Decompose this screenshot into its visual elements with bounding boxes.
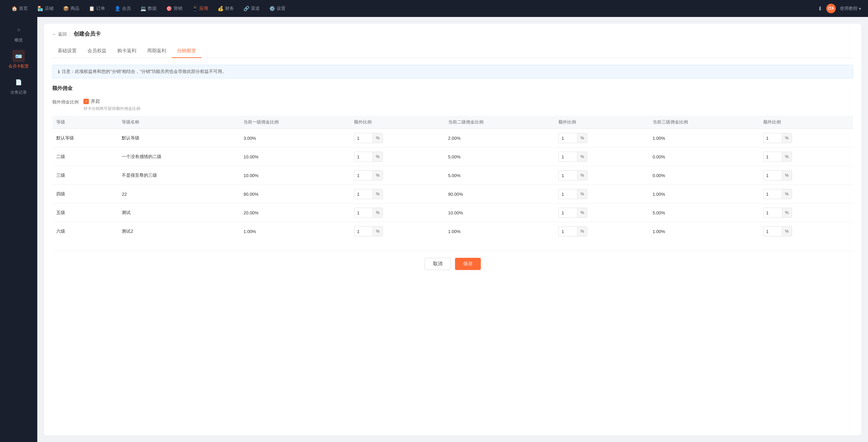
page-container: ← 返回 | 创建会员卡 基础设置 会员权益 购卡返利 周期返利 (44, 24, 861, 435)
cell-extra2[interactable]: % (554, 148, 648, 166)
input-percent-wrap: % (558, 189, 644, 199)
nav-right: ⬇ iTA 使用教程 ▾ (818, 4, 861, 13)
percent-symbol: % (577, 133, 587, 143)
extra-ratio-input[interactable] (354, 189, 373, 199)
usage-guide-button[interactable]: 使用教程 ▾ (840, 5, 861, 12)
cell-extra2[interactable]: % (554, 166, 648, 185)
cell-extra3[interactable]: % (759, 185, 853, 204)
cell-extra3[interactable]: % (759, 148, 853, 166)
cell-extra1[interactable]: % (350, 222, 444, 241)
extra-ratio-input[interactable] (763, 226, 782, 236)
save-button[interactable]: 保存 (455, 258, 481, 270)
nav-marketing[interactable]: 🎯 营销 (161, 0, 187, 17)
nav-goods[interactable]: 📦 商品 (58, 0, 84, 17)
app-layout: ○ 概览 🪪 会员卡配置 📄 出售记录 ← 返回 | 创建会员卡 (0, 17, 868, 442)
input-percent-wrap: % (354, 170, 440, 180)
extra-ratio-input[interactable] (354, 152, 373, 162)
cell-extra2[interactable]: % (554, 185, 648, 204)
nav-store[interactable]: 🏪 店铺 (33, 0, 58, 17)
extra-ratio-input[interactable] (354, 226, 373, 236)
download-icon[interactable]: ⬇ (818, 5, 822, 12)
nav-channel[interactable]: 🔗 渠道 (239, 0, 264, 17)
sidebar-item-overview[interactable]: ○ 概览 (0, 20, 37, 46)
extra-ratio-input[interactable] (354, 133, 373, 143)
tab-periodic-label: 周期返利 (147, 48, 166, 53)
cell-extra1[interactable]: % (350, 166, 444, 185)
cell-extra1[interactable]: % (350, 204, 444, 222)
cell-commission2: 2.00% (444, 129, 555, 148)
percent-symbol: % (373, 226, 383, 236)
cell-extra1[interactable]: % (350, 148, 444, 166)
col-extra3: 额外比例 (759, 116, 853, 129)
extra-ratio-input[interactable] (763, 208, 782, 218)
nav-data[interactable]: 💻 数据 (136, 0, 161, 17)
back-button[interactable]: ← 返回 (52, 31, 67, 37)
enable-checkbox[interactable]: ✓ (83, 99, 89, 104)
cell-extra1[interactable]: % (350, 185, 444, 204)
nav-finance[interactable]: 💰 财务 (213, 0, 239, 17)
header-divider: | (70, 32, 71, 37)
cell-extra3[interactable]: % (759, 222, 853, 241)
tab-basic-label: 基础设置 (58, 48, 77, 53)
cell-extra2[interactable]: % (554, 222, 648, 241)
info-icon: ℹ (58, 69, 60, 74)
member-card-icon: 🪪 (13, 50, 25, 62)
table-row: 默认等级默认等级3.00% % 2.00% % 1.00% % (52, 129, 853, 148)
cell-extra3[interactable]: % (759, 204, 853, 222)
input-percent-wrap: % (763, 170, 849, 180)
percent-symbol: % (373, 189, 383, 199)
cell-extra3[interactable]: % (759, 129, 853, 148)
member-icon: 👤 (115, 6, 120, 11)
tab-basic[interactable]: 基础设置 (52, 44, 82, 58)
percent-symbol: % (577, 189, 587, 199)
nav-member[interactable]: 👤 会员 (110, 0, 136, 17)
goods-icon: 📦 (63, 6, 69, 11)
back-label: 返回 (58, 31, 67, 37)
nav-app[interactable]: 📱 应用 (187, 0, 213, 17)
sidebar-item-sale-record[interactable]: 📄 出售记录 (0, 73, 37, 99)
nav-home[interactable]: 🏠 首页 (7, 0, 33, 17)
extra-ratio-input[interactable] (558, 133, 577, 143)
tab-rights-label: 会员权益 (87, 48, 106, 53)
form-hint: 持卡分销商可获得额外佣金比例 (83, 106, 140, 112)
nav-data-label: 数据 (148, 5, 157, 12)
extra-ratio-input[interactable] (763, 189, 782, 199)
table-row: 三级不是很至尊的三级10.00% % 5.00% % 0.00% % (52, 166, 853, 185)
extra-ratio-input[interactable] (763, 170, 782, 180)
cell-commission1: 1.00% (239, 222, 350, 241)
nav-settings[interactable]: ⚙️ 设置 (264, 0, 290, 17)
sidebar: ○ 概览 🪪 会员卡配置 📄 出售记录 (0, 17, 37, 442)
finance-icon: 💰 (218, 6, 223, 11)
tab-periodic[interactable]: 周期返利 (142, 44, 172, 58)
cell-commission2: 5.00% (444, 148, 555, 166)
sidebar-item-member-card[interactable]: 🪪 会员卡配置 (0, 46, 37, 73)
cancel-button[interactable]: 取消 (425, 258, 451, 270)
extra-ratio-input[interactable] (558, 170, 577, 180)
tab-rights[interactable]: 会员权益 (82, 44, 112, 58)
input-percent-wrap: % (354, 208, 440, 218)
tab-distribution[interactable]: 分销裂变 (172, 44, 201, 58)
col-name: 等级名称 (118, 116, 239, 129)
extra-ratio-input[interactable] (354, 170, 373, 180)
tab-buy-return[interactable]: 购卡返利 (112, 44, 142, 58)
table-row: 六级测试21.00% % 1.00% % 1.00% % (52, 222, 853, 241)
cell-level: 二级 (52, 148, 118, 166)
extra-ratio-input[interactable] (558, 226, 577, 236)
nav-order[interactable]: 📋 订单 (84, 0, 110, 17)
extra-ratio-input[interactable] (354, 208, 373, 218)
cell-name: 22 (118, 185, 239, 204)
cell-commission3: 1.00% (649, 222, 759, 241)
nav-items-left: 🏠 首页 🏪 店铺 📦 商品 📋 订单 👤 会员 💻 数据 🎯 营销 📱 (7, 0, 290, 17)
extra-ratio-input[interactable] (558, 152, 577, 162)
extra-ratio-input[interactable] (558, 208, 577, 218)
percent-symbol: % (373, 133, 383, 143)
cell-extra3[interactable]: % (759, 166, 853, 185)
extra-ratio-input[interactable] (763, 133, 782, 143)
cell-extra1[interactable]: % (350, 129, 444, 148)
cell-extra2[interactable]: % (554, 129, 648, 148)
cell-extra2[interactable]: % (554, 204, 648, 222)
col-extra1: 额外比例 (350, 116, 444, 129)
avatar[interactable]: iTA (826, 4, 836, 13)
extra-ratio-input[interactable] (558, 189, 577, 199)
extra-ratio-input[interactable] (763, 152, 782, 162)
